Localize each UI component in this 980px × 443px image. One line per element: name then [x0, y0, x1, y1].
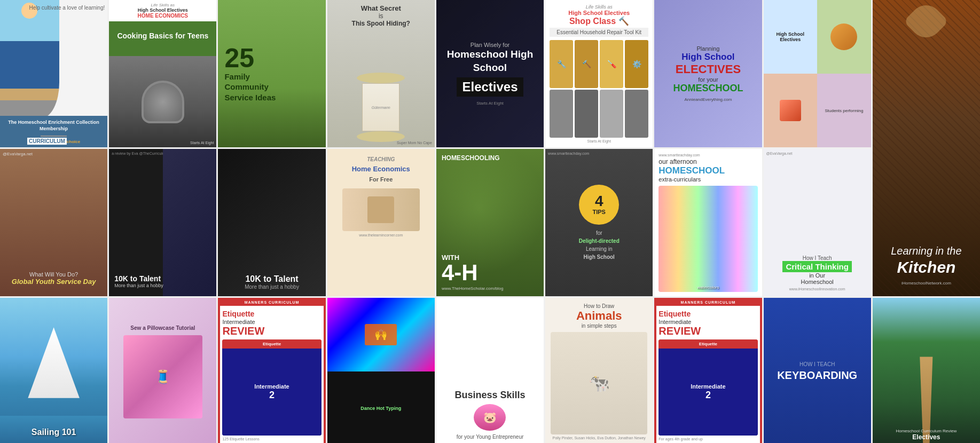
- draw-animals: Animals: [576, 309, 622, 323]
- cooking-top-label2: High School Electives: [112, 7, 214, 13]
- ct-homeschool: Homeschool: [801, 279, 834, 285]
- planning-electives: ELECTIVES: [676, 62, 741, 76]
- tips-circle: 4 TIPS: [579, 185, 619, 225]
- manners1-intermediate: Intermediate: [222, 319, 321, 325]
- hs-grid-br: Students performing: [817, 74, 871, 147]
- kitchen-title: Kitchen: [897, 258, 955, 276]
- manners1-banner: MANNERS CURRICULUM: [219, 299, 324, 306]
- manners1-book-top: Etiquette: [224, 342, 319, 346]
- spool-brand: Gütermann: [372, 106, 390, 109]
- manners1-site: 125 Etiquette Lessons: [222, 437, 321, 441]
- hs-grid-tl: High School Electives: [766, 31, 816, 42]
- 10k-sub: More than just a hobby: [114, 283, 211, 288]
- plan-main: Homeschool High School: [444, 48, 536, 74]
- forest-electives: Electives: [912, 433, 940, 441]
- family-text: Family Community Service Ideas: [224, 72, 319, 103]
- planning-label: Planning: [697, 45, 720, 52]
- 10k-main-title: 10K to Talent: [245, 274, 298, 284]
- card-10k-review[interactable]: a review by Eva @TheCurriculumChoice 10K…: [109, 149, 216, 296]
- card-manners-2[interactable]: MANNERS CURRICULUM Etiquette Intermediat…: [654, 298, 762, 443]
- card-draw-animals[interactable]: How to Draw Animals in simple steps 🐄 Po…: [545, 298, 653, 443]
- planning-site: AnnieandEverything.com: [684, 97, 732, 102]
- 4h-number: 4-H: [442, 262, 538, 284]
- cooking-top-label3: HOME ECONOMICS: [112, 13, 214, 19]
- enrichment-title: The Homeschool Enrichment Collection Mem…: [3, 119, 104, 132]
- draw-authors: Polly Pinder, Susan Hicks, Eva Dutton, J…: [553, 436, 646, 440]
- manners2-site: For ages 4th grade and up: [658, 437, 757, 441]
- biz-title: Business Skills: [454, 390, 525, 401]
- manners2-banner: MANNERS CURRICULUM: [655, 299, 761, 306]
- ct-critical: Critical Thinking: [782, 261, 852, 272]
- spool-site: Super Mom No Cape: [397, 141, 432, 145]
- card-hs-electives-grid[interactable]: High School Electives Students performin…: [764, 0, 871, 147]
- card-critical-thinking[interactable]: @EvaVarga.net How I Teach Critical Think…: [764, 149, 871, 296]
- manners2-book: Intermediate2: [691, 383, 725, 401]
- keyboarding-how: HOW I TEACH: [799, 361, 835, 367]
- card-shop-class[interactable]: Life Skills as High School Electives Sho…: [545, 0, 653, 147]
- card-business-skills[interactable]: Business Skills 🐷 for your Young Entrepr…: [436, 298, 544, 443]
- card-25-family[interactable]: 25 Family Community Service Ideas: [218, 0, 325, 147]
- manners2-etiquette: Etiquette: [658, 309, 757, 319]
- afternoon-our: our afternoon: [658, 158, 757, 165]
- card-cooking-basics[interactable]: Life Skills as High School Electives HOM…: [109, 0, 216, 147]
- manners2-book-top: Etiquette: [661, 342, 755, 346]
- biz-sub: for your Young Entrepreneur: [457, 434, 524, 440]
- card-pillowcase[interactable]: Sew a Pillowcase Tutorial 🧵: [109, 298, 216, 443]
- cooking-title: Cooking Basics for Teens: [112, 31, 213, 41]
- card-teaching-home-ec[interactable]: TEACHING Home Economics For Free www.the…: [327, 149, 435, 296]
- family-number: 25: [224, 45, 319, 72]
- afternoon-homeschool: HOMESCHOOL: [658, 165, 757, 176]
- card-learning-kitchen[interactable]: Learning in the Kitchen iHomeschoolNetwo…: [873, 0, 980, 296]
- manners2-review: REVIEW: [658, 325, 757, 337]
- card-global-youth[interactable]: @EvaVarga.net What Will You Do? Global Y…: [0, 149, 107, 296]
- home-ec-title: TEACHING Home Economics For Free: [352, 154, 410, 184]
- sailing-title: Sailing 101: [0, 428, 107, 437]
- plan-pre: Plan Wisely for: [471, 42, 509, 48]
- spool-line2: is: [327, 12, 435, 20]
- ct-how: How I Teach: [803, 255, 832, 261]
- card-10k-main[interactable]: 10K to Talent More than just a hobby: [218, 149, 325, 296]
- spool-line3: This Spool Hiding?: [327, 20, 435, 27]
- pillow-title: Sew a Pillowcase Tutorial: [130, 325, 195, 331]
- enrichment-logo: CURRICULUMchoice: [3, 138, 104, 144]
- card-typing[interactable]: 🙌 Dance Hot Typing: [327, 298, 435, 443]
- cooking-top-label1: Life Skills as: [112, 3, 214, 7]
- shop-sub: Essential Household Repair Tool Kit: [550, 28, 648, 37]
- draw-how: How to Draw: [584, 303, 614, 309]
- card-planning-hs[interactable]: Planning High School ELECTIVES for your …: [654, 0, 762, 147]
- manners2-intermediate: Intermediate: [658, 319, 757, 325]
- shop-site: Starts At Eight: [550, 139, 648, 143]
- spool-line1: What Secret: [327, 4, 435, 12]
- enrichment-title-box: The Homeschool Enrichment Collection Mem…: [0, 116, 107, 147]
- typing-label: Dance Hot Typing: [360, 406, 401, 411]
- shop-top1: Life Skills as: [550, 4, 648, 10]
- planning-for: for your: [698, 76, 718, 83]
- manners1-etiquette: Etiquette: [222, 309, 321, 319]
- tagline: Help cultivate a love of learning!: [29, 4, 105, 12]
- card-keyboarding[interactable]: HOW I TEACH KEYBOARDING: [764, 298, 871, 443]
- card-afternoon-homeschool[interactable]: www.smartteachday.com our afternoon HOME…: [654, 149, 762, 296]
- main-grid: Help cultivate a love of learning! The H…: [0, 0, 980, 443]
- paint-palette-image: watercolors: [658, 186, 757, 292]
- card-manners-1[interactable]: MANNERS CURRICULUM Etiquette Intermediat…: [218, 298, 325, 443]
- card-4h[interactable]: HOMESCHOOLING WITH 4-H www.TheHomeSchola…: [436, 149, 544, 296]
- card-sailing[interactable]: Sailing 101: [0, 298, 107, 443]
- card-homeschool-enrichment[interactable]: Help cultivate a love of learning! The H…: [0, 0, 107, 147]
- home-ec-site: www.thelearnincorner.com: [359, 233, 403, 237]
- card-spool[interactable]: What Secret is This Spool Hiding? Güterm…: [327, 0, 435, 147]
- ct-in-our: in Our: [809, 272, 825, 279]
- card-forest-path[interactable]: Homeschool Curriculum Review Electives: [873, 298, 980, 443]
- 4h-site: www.TheHomeScholar.com/blog: [442, 286, 538, 291]
- global-title: Global Youth Service Day: [4, 278, 103, 287]
- keyboarding-title: KEYBOARDING: [777, 369, 857, 382]
- enrichment-sub: ▬▬▬▬▬▬▬: [3, 133, 104, 137]
- 10k-main-sub: More than just a hobby: [245, 284, 299, 290]
- card-plan-wisely[interactable]: Plan Wisely for Homeschool High School E…: [436, 0, 544, 147]
- global-what: What Will You Do?: [4, 271, 103, 278]
- manners1-book: Intermediate2: [254, 383, 289, 401]
- ct-site: www.iHomeschoolInnovation.com: [789, 287, 845, 291]
- draw-steps: in simple steps: [582, 323, 617, 329]
- tips-desc: for Delight-directed Learning in High Sc…: [579, 229, 620, 261]
- card-4-tips[interactable]: www.smartteachday.com 4 TIPS for Delight…: [545, 149, 653, 296]
- plan-site: Starts At Eight: [476, 101, 504, 106]
